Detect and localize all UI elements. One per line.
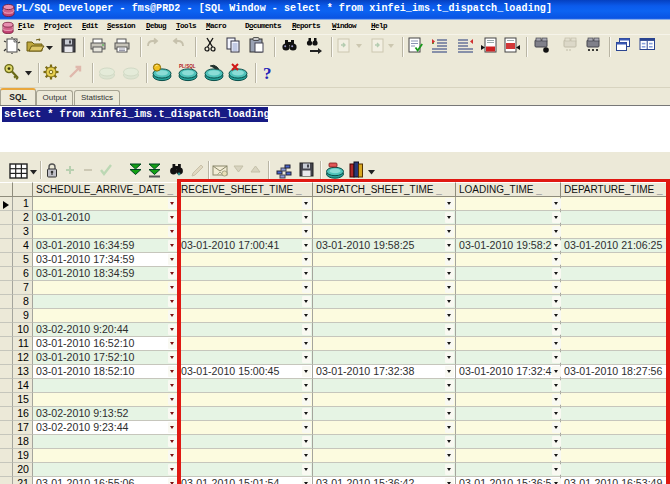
- svg-text:PL/SQL: PL/SQL: [179, 64, 196, 69]
- svg-text:?: ?: [263, 64, 272, 83]
